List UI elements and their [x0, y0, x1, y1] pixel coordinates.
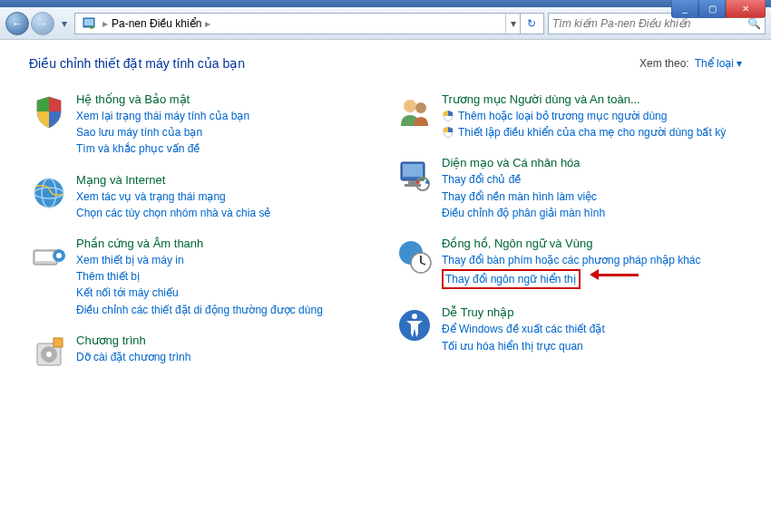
category-body: Dễ Truy nhậpĐể Windows đề xuất các thiết… [442, 305, 742, 353]
right-column: Trương mục Người dùng và An toàn...Thêm … [395, 92, 742, 390]
link-row: Thay đổi nền màn hình làm việc [442, 189, 742, 204]
address-dropdown-icon[interactable]: ▾ [505, 14, 520, 34]
category-user-accounts: Trương mục Người dùng và An toàn...Thêm … [395, 92, 742, 140]
category-body: Hệ thống và Bảo mậtXem lại trạng thái má… [76, 92, 376, 157]
highlight-box: Thay đổi ngôn ngữ hiển thị [442, 269, 581, 289]
link-row: Thêm hoặc loại bỏ trương mục người dùng [442, 109, 742, 123]
breadcrumb[interactable]: ▸ Pa-nen Điều khiển ▸ [101, 17, 505, 30]
window-controls: _ ▢ ✕ [671, 0, 766, 18]
category-link[interactable]: Xem tác vụ và trạng thái mạng [76, 189, 226, 204]
hardware-sound-icon[interactable] [29, 237, 69, 276]
search-input[interactable] [552, 17, 747, 30]
category-ease-of-access: Dễ Truy nhậpĐể Windows đề xuất các thiết… [395, 305, 742, 353]
annotation-arrow [590, 269, 639, 280]
category-title[interactable]: Trương mục Người dùng và An toàn... [442, 92, 742, 106]
category-link[interactable]: Xem lại trạng thái máy tính của bạn [76, 109, 249, 123]
content-area: Điều chỉnh thiết đặt máy tính của bạn Xe… [0, 40, 771, 406]
category-link[interactable]: Tối ưu hóa hiển thị trực quan [442, 339, 583, 353]
svg-point-29 [412, 314, 417, 319]
link-row: Để Windows đề xuất các thiết đặt [442, 322, 742, 336]
breadcrumb-sep-icon: ▸ [102, 17, 108, 30]
category-title[interactable]: Dễ Truy nhập [442, 305, 742, 319]
back-arrow-icon: ← [12, 17, 23, 30]
category-link[interactable]: Xem thiết bị và máy in [76, 253, 184, 267]
category-title[interactable]: Hệ thống và Bảo mật [76, 92, 376, 106]
svg-rect-13 [54, 338, 63, 347]
viewby-dropdown[interactable]: Thể loại ▾ [695, 57, 742, 70]
svg-point-21 [416, 180, 420, 184]
category-link[interactable]: Thay đổi chủ đề [442, 172, 521, 187]
link-row: Điều chỉnh độ phân giải màn hình [442, 206, 742, 220]
category-link[interactable]: Thêm hoặc loại bỏ trương mục người dùng [458, 109, 667, 123]
shield-icon [442, 126, 454, 139]
svg-point-2 [90, 25, 93, 29]
category-title[interactable]: Diện mạo và Cá nhân hóa [442, 156, 742, 169]
category-clock-language: Đồng hồ, Ngôn ngữ và VùngThay đổi bàn ph… [395, 237, 742, 289]
forward-button[interactable]: → [31, 12, 54, 35]
category-body: Phần cứng và Âm thanhXem thiết bị và máy… [76, 237, 376, 317]
svg-point-23 [425, 180, 429, 184]
category-link[interactable]: Thiết lập điều khiển của cha mẹ cho ngườ… [458, 125, 726, 140]
category-title[interactable]: Đồng hồ, Ngôn ngữ và Vùng [442, 237, 742, 250]
page-title: Điều chỉnh thiết đặt máy tính của bạn [29, 56, 245, 71]
svg-rect-7 [35, 252, 55, 261]
link-row: Thay đổi chủ đề [442, 172, 742, 187]
category-link[interactable]: Chọn các tùy chọn nhóm nhà và chia sẻ [76, 206, 270, 220]
link-row: Tối ưu hóa hiển thị trực quan [442, 339, 742, 353]
category-link[interactable]: Dỡ cài đặt chương trình [76, 350, 190, 364]
category-links: Xem thiết bị và máy inThêm thiết bịKết n… [76, 253, 376, 317]
link-row: Thiết lập điều khiển của cha mẹ cho ngườ… [442, 125, 742, 140]
chevron-down-icon: ▾ [737, 57, 742, 70]
svg-rect-17 [403, 164, 423, 177]
search-icon[interactable]: 🔍 [747, 17, 761, 30]
category-link[interactable]: Sao lưu máy tính của bạn [76, 125, 202, 140]
close-button[interactable]: ✕ [726, 0, 766, 18]
svg-point-14 [404, 100, 416, 112]
link-row: Tìm và khắc phục vấn đề [76, 141, 376, 156]
link-row: Chọn các tùy chọn nhóm nhà và chia sẻ [76, 206, 376, 220]
breadcrumb-item[interactable]: Pa-nen Điều khiển [112, 17, 201, 30]
category-link[interactable]: Thay đổi ngôn ngữ hiển thị [445, 273, 576, 285]
address-bar[interactable]: ▸ Pa-nen Điều khiển ▸ ▾ ↻ [74, 13, 544, 34]
category-links: Xem lại trạng thái máy tính của bạnSao l… [76, 109, 376, 157]
category-title[interactable]: Mạng và Internet [76, 173, 376, 187]
back-button[interactable]: ← [5, 12, 29, 35]
viewby-value: Thể loại [695, 57, 734, 70]
refresh-icon: ↻ [527, 17, 536, 30]
link-row: Điều chỉnh các thiết đặt di động thường … [76, 303, 376, 317]
network-internet-icon[interactable] [29, 173, 69, 213]
refresh-button[interactable]: ↻ [520, 14, 542, 34]
category-title[interactable]: Phần cứng và Âm thanh [76, 237, 376, 250]
minimize-button[interactable]: _ [671, 0, 698, 18]
appearance-icon[interactable] [395, 156, 434, 196]
category-link[interactable]: Điều chỉnh các thiết đặt di động thường … [76, 303, 323, 317]
link-row: Thay đổi ngôn ngữ hiển thị [442, 269, 742, 289]
category-link[interactable]: Thêm thiết bị [76, 269, 140, 284]
category-appearance: Diện mạo và Cá nhân hóaThay đổi chủ đềTh… [395, 156, 742, 220]
category-link[interactable]: Thay đổi bàn phím hoặc các phương pháp n… [442, 253, 701, 267]
category-link[interactable]: Thay đổi nền màn hình làm việc [442, 189, 597, 204]
link-row: Sao lưu máy tính của bạn [76, 125, 376, 140]
left-column: Hệ thống và Bảo mậtXem lại trạng thái má… [29, 92, 376, 390]
programs-icon[interactable] [29, 334, 69, 373]
clock-language-icon[interactable] [395, 237, 434, 276]
category-title[interactable]: Chương trình [76, 334, 376, 347]
ease-of-access-icon[interactable] [395, 305, 434, 345]
system-security-icon[interactable] [29, 92, 69, 132]
category-link[interactable]: Để Windows đề xuất các thiết đặt [442, 322, 605, 336]
user-accounts-icon[interactable] [395, 92, 434, 132]
maximize-button[interactable]: ▢ [698, 0, 726, 18]
history-dropdown-icon[interactable]: ▾ [58, 12, 71, 35]
svg-point-3 [34, 179, 63, 208]
category-link[interactable]: Tìm và khắc phục vấn đề [76, 141, 200, 156]
link-row: Xem lại trạng thái máy tính của bạn [76, 109, 376, 123]
category-body: Đồng hồ, Ngôn ngữ và VùngThay đổi bàn ph… [442, 237, 742, 289]
category-link[interactable]: Kết nối tới máy chiếu [76, 285, 179, 300]
link-row: Dỡ cài đặt chương trình [76, 350, 376, 364]
svg-rect-1 [84, 19, 93, 25]
viewby-label: Xem theo: [639, 57, 689, 70]
category-network-internet: Mạng và InternetXem tác vụ và trạng thái… [29, 173, 376, 220]
link-row: Xem thiết bị và máy in [76, 253, 376, 267]
svg-point-12 [46, 352, 52, 357]
category-link[interactable]: Điều chỉnh độ phân giải màn hình [442, 206, 605, 220]
